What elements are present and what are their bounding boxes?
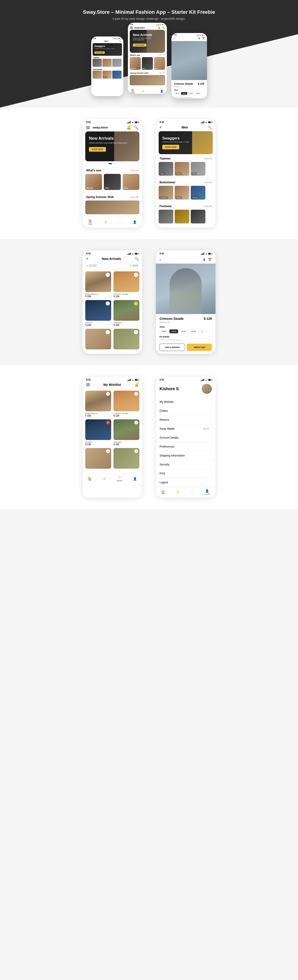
menu-account-details[interactable]: Account Details › — [156, 433, 216, 442]
nav-account[interactable]: 👤 — [133, 220, 136, 224]
topwear-view-all[interactable]: View All — [204, 158, 212, 160]
menu-logout[interactable]: Logout › — [156, 478, 216, 487]
beige-heart[interactable]: ♡ — [106, 273, 110, 277]
menu-preferences[interactable]: Preferences › — [156, 442, 216, 451]
wishlist-beige-remove[interactable]: ✕ — [106, 392, 110, 396]
category-card-men[interactable]: Men › — [104, 174, 120, 190]
sort-button[interactable]: ≡ SORT — [130, 264, 138, 267]
men-back-btn[interactable]: < — [160, 125, 162, 129]
product-denims[interactable]: ♡ Denims $ 230 — [85, 300, 111, 326]
spring-view-all[interactable]: View All — [130, 196, 138, 199]
wishlist-denims-remove[interactable]: ✕ — [106, 421, 110, 425]
wishlist-sweaters[interactable]: ✕ Sweaters $ 150 — [114, 419, 139, 446]
menu-orders[interactable]: Orders › — [156, 407, 216, 415]
tees-thumb[interactable]: Tees — [191, 162, 205, 176]
product-6[interactable]: ♡ — [114, 329, 139, 349]
menu-sway-wallet[interactable]: Sway Wallet $120 › — [156, 425, 216, 433]
shop-now-button[interactable]: SHOP NOW — [89, 147, 106, 152]
nav-explore[interactable]: ⚡ — [104, 220, 108, 224]
wishlist-sweaters-remove[interactable]: ✕ — [134, 421, 138, 425]
wishlist-p6-remove[interactable]: ✕ — [134, 449, 138, 453]
product-5[interactable]: ♡ — [85, 329, 111, 349]
wishlist-beige-blazers[interactable]: ✕ Beige Blazers $ 159 — [85, 391, 111, 417]
menu-security[interactable]: Security › — [156, 460, 216, 469]
menu-faq[interactable]: FAQ › — [156, 469, 216, 478]
size-u[interactable]: U — [199, 329, 204, 333]
category-card-women[interactable]: Women › — [85, 174, 102, 190]
shorts-thumb[interactable]: Shorts — [175, 186, 189, 200]
crimson-price: $ 129 — [114, 295, 139, 298]
shirts-thumb[interactable]: Shirts — [175, 162, 189, 176]
size-uk43[interactable]: UK43 — [170, 329, 178, 333]
hamburger-menu[interactable] — [86, 126, 90, 129]
bar4 — [130, 121, 131, 123]
add-to-wishlist-button[interactable]: Add to Wishlist — [160, 344, 185, 351]
size-uk42[interactable]: UK42 — [160, 329, 168, 333]
wishlist-crimson-price: $ 129 — [114, 415, 139, 417]
footwear-row — [156, 210, 216, 226]
denims-heart[interactable]: ♡ — [106, 301, 110, 305]
wishlist-product-6[interactable]: ✕ — [114, 448, 139, 469]
profile-nav-home[interactable]: 🏠 — [161, 490, 165, 494]
product-sweaters[interactable]: ★ Sweaters $ 150 — [114, 300, 139, 326]
add-to-cart-button[interactable]: Add to Cart — [187, 344, 212, 351]
wishlist-hamburger[interactable] — [86, 383, 90, 386]
profile-home-icon: 🏠 — [161, 490, 165, 494]
trousers-thumb[interactable]: Trousers — [159, 186, 173, 200]
profile-nav-wishlist[interactable]: ♡ — [190, 490, 193, 494]
profile-nav-explore[interactable]: ⚡ — [176, 490, 180, 494]
wishlist-crimson-swade[interactable]: ✕ Crimson Swade $ 129 — [114, 391, 139, 417]
wishlist-nav-account[interactable]: 👤 — [133, 477, 137, 480]
notification-icon[interactable]: 🔔 — [127, 125, 131, 130]
wishlist-notif-icon[interactable]: 🔔 — [135, 383, 138, 387]
menu-returns[interactable]: Returns › — [156, 415, 216, 425]
whats-new-view-all[interactable]: View All — [130, 169, 138, 172]
sweaters-star[interactable]: ★ — [134, 301, 138, 305]
size-uk44[interactable]: UK44 — [179, 329, 188, 333]
wishlist-nav-home[interactable]: 🏠 — [88, 477, 92, 480]
signal-arrivals — [127, 253, 131, 255]
foot3-thumb[interactable] — [191, 210, 205, 223]
product-6-heart[interactable]: ♡ — [134, 330, 138, 334]
suits-thumb[interactable]: Suits — [159, 162, 173, 176]
product-crimson-swade[interactable]: ♡ Crimson Swade $ 129 — [114, 271, 139, 298]
wishlist-crimson-remove[interactable]: ✕ — [134, 392, 138, 396]
spring-header: Spring Summer 2018 View All — [82, 193, 142, 200]
swaggers-shop-btn[interactable]: SHOP NOW — [162, 145, 179, 150]
category-card-girls[interactable]: Girls › — [123, 174, 139, 190]
wishlist-denims[interactable]: ✕ Denims $ 230 — [85, 419, 111, 446]
home-nav-left[interactable]: sway.store — [86, 126, 108, 129]
bookmark-icon[interactable]: 📅 — [208, 258, 212, 261]
share-icon[interactable]: ⬆ — [203, 258, 206, 261]
arrivals-back-btn[interactable]: < — [86, 257, 88, 261]
footwear-view-all[interactable]: View All — [204, 205, 212, 208]
product-5-heart[interactable]: ♡ — [106, 330, 110, 334]
foot2-thumb[interactable] — [175, 210, 189, 223]
status-icons-detail: ▲ — [201, 253, 212, 255]
profile-nav-account[interactable]: 👤 Account — [204, 489, 210, 495]
detail-back-btn[interactable]: ‹ — [160, 258, 161, 262]
denims-thumb[interactable]: Denims — [191, 186, 205, 200]
wishlist-p5-remove[interactable]: ✕ — [106, 449, 110, 453]
arrivals-search-icon[interactable]: 🔍 — [135, 257, 138, 261]
detail-fit: Regular Fit — [160, 321, 212, 323]
swaggers-subtitle: Unleash your inner swag, in style. — [162, 141, 190, 143]
wishlist-product-5[interactable]: ✕ — [85, 448, 111, 469]
size-uk45[interactable]: UK45 — [189, 329, 198, 333]
filter-button[interactable]: ▽ FILTER — [86, 264, 97, 267]
foot1-thumb[interactable] — [159, 210, 173, 223]
nav-home[interactable]: 🏠 Home — [88, 219, 92, 225]
menu-shipping-info[interactable]: Shipping Information › — [156, 451, 216, 460]
bottomwear-view-all[interactable]: View All — [204, 181, 212, 184]
men-search-icon[interactable]: 🔍 — [208, 126, 212, 129]
menu-my-wishlist[interactable]: My Wishlist › — [156, 398, 216, 407]
wishlist-nav-wishlist[interactable]: ♡ Wishlist — [117, 476, 122, 482]
search-icon-home[interactable]: 🔍 — [134, 125, 138, 130]
crimson-heart[interactable]: ♡ — [134, 273, 138, 277]
nav-wishlist[interactable]: ♡ — [119, 220, 122, 224]
product-beige-blazers[interactable]: ♡ Beige Blazers $ 159 — [85, 271, 111, 298]
arrivals-nav: < New Arrivals 🔍 — [82, 256, 142, 262]
sort-label: SORT — [132, 264, 138, 267]
wishlist-nav-explore[interactable]: ⚡ — [102, 477, 106, 480]
battery-detail — [208, 253, 212, 255]
